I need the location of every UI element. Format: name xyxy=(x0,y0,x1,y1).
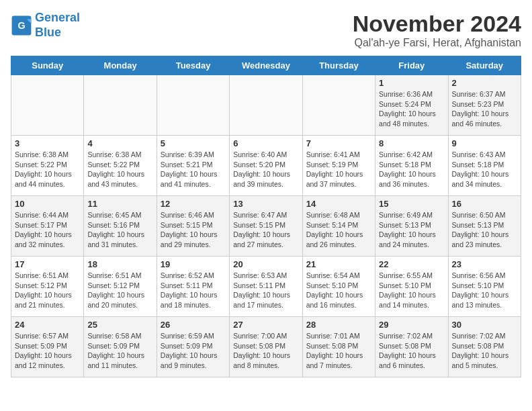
day-number: 10 xyxy=(15,199,80,209)
day-number: 3 xyxy=(15,138,80,148)
day-info: Sunrise: 6:53 AM Sunset: 5:11 PM Dayligh… xyxy=(233,271,298,310)
calendar-cell: 18Sunrise: 6:51 AM Sunset: 5:12 PM Dayli… xyxy=(84,257,157,317)
calendar-week-row: 17Sunrise: 6:51 AM Sunset: 5:12 PM Dayli… xyxy=(11,257,521,317)
calendar-cell: 4Sunrise: 6:38 AM Sunset: 5:22 PM Daylig… xyxy=(84,136,157,196)
calendar-cell xyxy=(302,75,375,136)
calendar-table: SundayMondayTuesdayWednesdayThursdayFrid… xyxy=(11,56,521,377)
day-number: 11 xyxy=(87,199,152,209)
day-number: 18 xyxy=(87,259,152,269)
day-number: 20 xyxy=(233,259,298,269)
day-number: 30 xyxy=(452,320,517,330)
calendar-cell: 20Sunrise: 6:53 AM Sunset: 5:11 PM Dayli… xyxy=(230,257,302,317)
calendar-header-row: SundayMondayTuesdayWednesdayThursdayFrid… xyxy=(11,56,521,75)
calendar-cell: 1Sunrise: 6:36 AM Sunset: 5:24 PM Daylig… xyxy=(375,75,448,136)
day-info: Sunrise: 6:48 AM Sunset: 5:14 PM Dayligh… xyxy=(306,210,371,250)
day-info: Sunrise: 6:40 AM Sunset: 5:20 PM Dayligh… xyxy=(233,150,298,189)
day-number: 15 xyxy=(379,199,444,209)
calendar-cell: 14Sunrise: 6:48 AM Sunset: 5:14 PM Dayli… xyxy=(302,196,375,257)
day-info: Sunrise: 7:01 AM Sunset: 5:08 PM Dayligh… xyxy=(306,331,371,371)
location-title: Qal'ah-ye Farsi, Herat, Afghanistan xyxy=(353,37,521,49)
day-info: Sunrise: 6:38 AM Sunset: 5:22 PM Dayligh… xyxy=(87,150,152,189)
calendar-cell xyxy=(230,75,302,136)
day-info: Sunrise: 6:52 AM Sunset: 5:11 PM Dayligh… xyxy=(161,271,226,310)
day-header-monday: Monday xyxy=(84,56,157,75)
calendar-cell: 23Sunrise: 6:56 AM Sunset: 5:10 PM Dayli… xyxy=(448,257,521,317)
day-header-wednesday: Wednesday xyxy=(230,56,302,75)
day-number: 28 xyxy=(306,320,371,330)
day-info: Sunrise: 6:37 AM Sunset: 5:23 PM Dayligh… xyxy=(452,89,517,129)
calendar-cell: 27Sunrise: 7:00 AM Sunset: 5:08 PM Dayli… xyxy=(230,317,302,377)
calendar-cell: 28Sunrise: 7:01 AM Sunset: 5:08 PM Dayli… xyxy=(302,317,375,377)
calendar-cell: 24Sunrise: 6:57 AM Sunset: 5:09 PM Dayli… xyxy=(11,317,84,377)
calendar-cell: 21Sunrise: 6:54 AM Sunset: 5:10 PM Dayli… xyxy=(302,257,375,317)
calendar-cell xyxy=(157,75,229,136)
day-info: Sunrise: 6:59 AM Sunset: 5:09 PM Dayligh… xyxy=(161,331,226,371)
day-header-thursday: Thursday xyxy=(302,56,375,75)
day-info: Sunrise: 6:51 AM Sunset: 5:12 PM Dayligh… xyxy=(15,271,80,310)
day-number: 16 xyxy=(452,199,517,209)
day-info: Sunrise: 6:49 AM Sunset: 5:13 PM Dayligh… xyxy=(379,210,444,250)
calendar-cell xyxy=(84,75,157,136)
day-info: Sunrise: 6:45 AM Sunset: 5:16 PM Dayligh… xyxy=(87,210,152,250)
day-number: 23 xyxy=(452,259,517,269)
calendar-cell: 5Sunrise: 6:39 AM Sunset: 5:21 PM Daylig… xyxy=(157,136,229,196)
calendar-cell: 12Sunrise: 6:46 AM Sunset: 5:15 PM Dayli… xyxy=(157,196,229,257)
day-info: Sunrise: 6:39 AM Sunset: 5:21 PM Dayligh… xyxy=(161,150,226,189)
calendar-cell: 15Sunrise: 6:49 AM Sunset: 5:13 PM Dayli… xyxy=(375,196,448,257)
day-number: 2 xyxy=(452,78,517,88)
day-number: 13 xyxy=(233,199,298,209)
day-header-sunday: Sunday xyxy=(11,56,84,75)
day-number: 27 xyxy=(233,320,298,330)
calendar-cell: 19Sunrise: 6:52 AM Sunset: 5:11 PM Dayli… xyxy=(157,257,229,317)
day-header-tuesday: Tuesday xyxy=(157,56,229,75)
calendar-cell: 25Sunrise: 6:58 AM Sunset: 5:09 PM Dayli… xyxy=(84,317,157,377)
day-info: Sunrise: 6:54 AM Sunset: 5:10 PM Dayligh… xyxy=(306,271,371,310)
calendar-week-row: 10Sunrise: 6:44 AM Sunset: 5:17 PM Dayli… xyxy=(11,196,521,257)
day-number: 9 xyxy=(452,138,517,148)
day-number: 17 xyxy=(15,259,80,269)
calendar-cell: 10Sunrise: 6:44 AM Sunset: 5:17 PM Dayli… xyxy=(11,196,84,257)
day-info: Sunrise: 6:47 AM Sunset: 5:15 PM Dayligh… xyxy=(233,210,298,250)
day-info: Sunrise: 6:36 AM Sunset: 5:24 PM Dayligh… xyxy=(379,89,444,129)
day-info: Sunrise: 6:41 AM Sunset: 5:19 PM Dayligh… xyxy=(306,150,371,189)
logo-text: General Blue xyxy=(35,11,80,40)
calendar-cell: 22Sunrise: 6:55 AM Sunset: 5:10 PM Dayli… xyxy=(375,257,448,317)
calendar-cell: 6Sunrise: 6:40 AM Sunset: 5:20 PM Daylig… xyxy=(230,136,302,196)
calendar-cell: 16Sunrise: 6:50 AM Sunset: 5:13 PM Dayli… xyxy=(448,196,521,257)
day-number: 24 xyxy=(15,320,80,330)
day-number: 4 xyxy=(87,138,152,148)
day-info: Sunrise: 6:46 AM Sunset: 5:15 PM Dayligh… xyxy=(161,210,226,250)
day-info: Sunrise: 7:00 AM Sunset: 5:08 PM Dayligh… xyxy=(233,331,298,371)
calendar-cell xyxy=(11,75,84,136)
day-number: 6 xyxy=(233,138,298,148)
calendar-cell: 13Sunrise: 6:47 AM Sunset: 5:15 PM Dayli… xyxy=(230,196,302,257)
day-number: 8 xyxy=(379,138,444,148)
calendar-cell: 2Sunrise: 6:37 AM Sunset: 5:23 PM Daylig… xyxy=(448,75,521,136)
day-number: 22 xyxy=(379,259,444,269)
day-info: Sunrise: 6:44 AM Sunset: 5:17 PM Dayligh… xyxy=(15,210,80,250)
day-number: 26 xyxy=(161,320,226,330)
day-info: Sunrise: 6:51 AM Sunset: 5:12 PM Dayligh… xyxy=(87,271,152,310)
calendar-cell: 30Sunrise: 7:02 AM Sunset: 5:08 PM Dayli… xyxy=(448,317,521,377)
day-info: Sunrise: 7:02 AM Sunset: 5:08 PM Dayligh… xyxy=(379,331,444,371)
day-info: Sunrise: 6:55 AM Sunset: 5:10 PM Dayligh… xyxy=(379,271,444,310)
day-info: Sunrise: 6:43 AM Sunset: 5:18 PM Dayligh… xyxy=(452,150,517,189)
day-number: 7 xyxy=(306,138,371,148)
calendar-cell: 8Sunrise: 6:42 AM Sunset: 5:18 PM Daylig… xyxy=(375,136,448,196)
page-header: G General Blue November 2024 Qal'ah-ye F… xyxy=(11,11,521,49)
day-info: Sunrise: 6:58 AM Sunset: 5:09 PM Dayligh… xyxy=(87,331,152,371)
calendar-cell: 9Sunrise: 6:43 AM Sunset: 5:18 PM Daylig… xyxy=(448,136,521,196)
day-number: 29 xyxy=(379,320,444,330)
calendar-cell: 7Sunrise: 6:41 AM Sunset: 5:19 PM Daylig… xyxy=(302,136,375,196)
logo-line2: Blue xyxy=(35,26,61,39)
day-number: 25 xyxy=(87,320,152,330)
day-number: 12 xyxy=(161,199,226,209)
calendar-week-row: 24Sunrise: 6:57 AM Sunset: 5:09 PM Dayli… xyxy=(11,317,521,377)
title-block: November 2024 Qal'ah-ye Farsi, Herat, Af… xyxy=(353,11,521,49)
logo: G General Blue xyxy=(11,11,80,40)
calendar-week-row: 1Sunrise: 6:36 AM Sunset: 5:24 PM Daylig… xyxy=(11,75,521,136)
day-number: 14 xyxy=(306,199,371,209)
calendar-cell: 26Sunrise: 6:59 AM Sunset: 5:09 PM Dayli… xyxy=(157,317,229,377)
day-info: Sunrise: 6:50 AM Sunset: 5:13 PM Dayligh… xyxy=(452,210,517,250)
logo-icon: G xyxy=(11,15,32,36)
